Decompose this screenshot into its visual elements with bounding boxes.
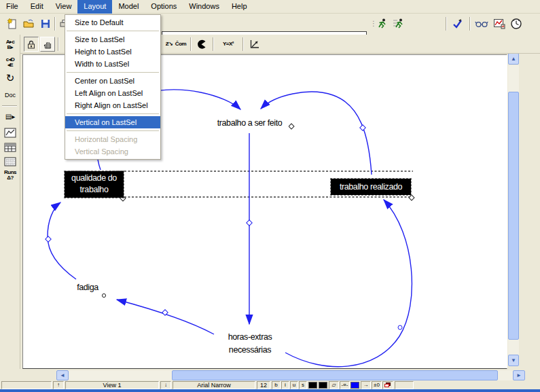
analysis-sidebar: A▸c B▸ c◂D ◂E ↻ Doc ▤▸ Runs Δ? — [0, 35, 20, 369]
menu-model[interactable]: Model — [112, 0, 145, 14]
variable-handle[interactable] — [409, 195, 414, 200]
lock-icon[interactable] — [24, 37, 39, 52]
menu-file[interactable]: File — [0, 0, 24, 14]
layers-icon[interactable] — [382, 381, 393, 389]
menu-edit[interactable]: Edit — [24, 0, 50, 14]
variable-horas-extras-necessarias[interactable]: horas-extras necessárias — [215, 331, 285, 357]
link-horasextras-to-fadiga[interactable] — [117, 300, 214, 334]
menu-item-vertical-on-lastsel[interactable]: Vertical on LastSel — [65, 116, 160, 128]
status-spacer — [395, 381, 414, 389]
background-color-swatch[interactable] — [319, 382, 327, 389]
view-name-panel[interactable]: View 1 — [65, 381, 159, 389]
graph-icon[interactable] — [1, 125, 19, 140]
reference-modes-tool-icon[interactable] — [247, 37, 262, 52]
menu-item-vertical-spacing[interactable]: Vertical Spacing — [65, 145, 160, 158]
link-fadiga-to-qualidade[interactable] — [48, 202, 76, 279]
menu-windows[interactable]: Windows — [183, 0, 226, 14]
comment-tool-icon[interactable]: C̄om — [173, 37, 188, 52]
font-size-panel[interactable]: 12 — [257, 381, 270, 389]
link-realizado-to-aserfeito[interactable] — [261, 92, 372, 175]
simulate-fast-icon[interactable] — [391, 16, 406, 31]
arrow-style-icon[interactable]: → — [361, 381, 371, 389]
menu-item-horizontal-spacing[interactable]: Horizontal Spacing — [65, 133, 160, 145]
arrow-color-swatch[interactable] — [350, 382, 359, 389]
table-time-icon[interactable] — [1, 154, 19, 169]
strike-button[interactable]: s — [299, 381, 307, 389]
status-spacer — [1, 381, 52, 389]
menu-item-width-to-lastsel[interactable]: Width to LastSel — [65, 58, 160, 70]
menu-options[interactable]: Options — [145, 0, 183, 14]
menu-item-right-align-on-lastsel[interactable]: Right Align on LastSel — [65, 99, 160, 111]
new-icon[interactable] — [4, 16, 19, 31]
font-name-panel[interactable]: Arial Narrow — [173, 381, 255, 389]
link-horasextras-to-realizado[interactable] — [285, 200, 412, 367]
menu-item-size-to-default[interactable]: Size to Default — [65, 16, 160, 29]
curve-handle[interactable] — [360, 125, 365, 130]
layout-menu-popup: Size to Default Size to LastSel Height t… — [65, 14, 161, 160]
text-color-swatch[interactable] — [308, 382, 317, 389]
menu-separator — [67, 72, 159, 73]
toolbar-separator — [54, 17, 56, 31]
menu-bar: File Edit View Layout Model Options Wind… — [0, 0, 540, 14]
menu-item-size-to-lastsel[interactable]: Size to LastSel — [65, 33, 160, 46]
menu-separator — [67, 113, 159, 114]
bold-button[interactable]: b — [272, 381, 281, 389]
variable-trabalho-realizado[interactable]: trabalho realizado — [331, 179, 411, 195]
variable-qualidade-do-trabalho[interactable]: qualidade do trabalho — [65, 171, 124, 198]
toolbar-separator — [213, 37, 214, 51]
find-icon[interactable] — [474, 16, 489, 31]
toolbar-separator — [446, 17, 447, 31]
menu-item-height-to-lastsel[interactable]: Height to LastSel — [65, 46, 160, 58]
menu-separator — [67, 31, 159, 31]
curve-handle[interactable] — [398, 325, 402, 329]
input-output-tool-icon[interactable] — [194, 37, 209, 52]
menu-item-center-on-lastsel[interactable]: Center on LastSel — [65, 75, 160, 87]
variable-handle[interactable] — [102, 293, 105, 297]
move-hand-icon[interactable] — [40, 37, 55, 52]
menu-help[interactable]: Help — [226, 0, 253, 14]
save-icon[interactable] — [38, 16, 53, 31]
equations-tool-icon[interactable]: Y=X² — [217, 37, 239, 52]
toolbar-separator — [58, 37, 59, 51]
sidebar-separator — [2, 105, 17, 107]
toolbar-separator — [190, 37, 192, 51]
menu-item-left-align-on-lastsel[interactable]: Left Align on LastSel — [65, 87, 160, 99]
position-picker-icon[interactable]: -¤- — [340, 381, 350, 389]
control-panel-icon[interactable] — [492, 16, 507, 31]
shape-picker-icon[interactable]: ▱ — [329, 381, 339, 389]
polarity-icon[interactable]: ±0 — [372, 381, 382, 389]
curve-handle[interactable] — [46, 236, 51, 242]
variable-handle[interactable] — [289, 124, 294, 129]
view-up-button[interactable]: ↑ — [53, 381, 64, 389]
document-icon[interactable]: Doc — [1, 88, 19, 103]
uses-tree-icon[interactable]: c◂D ◂E — [1, 55, 19, 70]
underline-button[interactable]: u — [290, 381, 298, 389]
simulate-icon[interactable] — [375, 16, 390, 31]
menu-separator — [67, 130, 159, 131]
runs-compare-icon[interactable]: Runs Δ? — [1, 168, 19, 183]
causes-strip-icon[interactable]: ▤▸ — [1, 109, 19, 124]
loops-icon[interactable]: ↻ — [1, 71, 19, 86]
time-axis-icon[interactable] — [509, 16, 524, 31]
variable-fadiga[interactable]: fadiga — [71, 282, 104, 293]
window-bottom-edge — [0, 389, 540, 392]
toolbar-separator — [242, 37, 244, 51]
menu-view[interactable]: View — [50, 0, 78, 14]
open-icon[interactable] — [21, 16, 36, 31]
causes-tree-icon[interactable]: A▸c B▸ — [1, 37, 19, 52]
table-icon[interactable] — [1, 140, 19, 155]
curve-handle[interactable] — [247, 220, 252, 226]
menu-layout[interactable]: Layout — [77, 0, 112, 14]
check-syntax-icon[interactable] — [450, 16, 465, 31]
variable-trabalho-a-ser-feito[interactable]: trabalho a ser feito — [211, 118, 289, 129]
status-bar: ↑ View 1 ↓ Arial Narrow 12 b i u s ▱ -¤-… — [0, 381, 540, 389]
italic-button[interactable]: i — [281, 381, 289, 389]
view-down-button[interactable]: ↓ — [160, 381, 171, 389]
toolbar-separator — [469, 17, 471, 31]
